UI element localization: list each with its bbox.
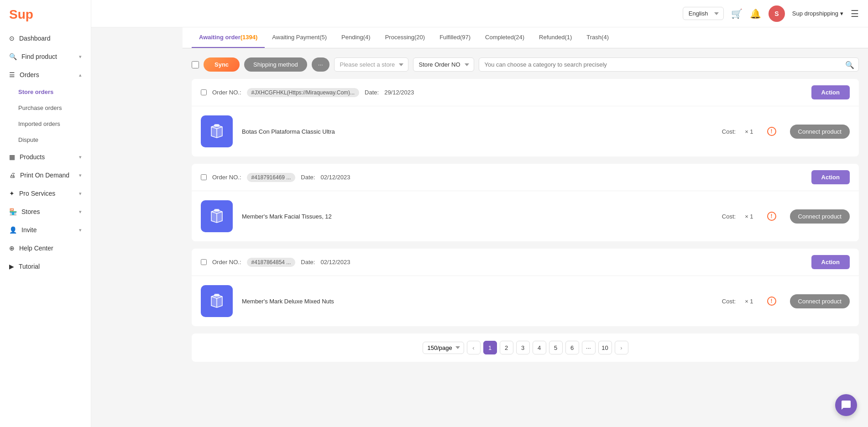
action-button[interactable]: Action <box>811 170 850 184</box>
sidebar-item-invite[interactable]: 👤 Invite ▾ <box>0 221 91 239</box>
order-date: 02/12/2023 <box>320 174 350 181</box>
avatar[interactable]: S <box>769 5 785 22</box>
sidebar-label-tutorial: Tutorial <box>19 263 40 270</box>
cart-icon[interactable]: 🛒 <box>731 8 743 19</box>
sidebar-label-dashboard: Dashboard <box>19 35 51 42</box>
product-image <box>201 200 233 232</box>
action-button[interactable]: Action <box>811 255 850 269</box>
warning-icon: ! <box>767 212 776 221</box>
date-label: Date: <box>365 89 379 96</box>
sidebar-item-orders[interactable]: ☰ Orders ▴ <box>0 66 91 84</box>
order-header: Order NO.: #4187916469 ... Date: 02/12/2… <box>192 164 859 191</box>
search-box: 🔍 <box>479 57 859 72</box>
cost-label: Cost: <box>722 213 736 220</box>
svg-rect-2 <box>214 294 220 297</box>
tab-processing[interactable]: Processing(20) <box>378 27 432 48</box>
tab-pending[interactable]: Pending(4) <box>334 27 378 48</box>
order-no-label: Order NO.: <box>212 89 241 96</box>
sidebar-item-help-center[interactable]: ⊕ Help Center <box>0 239 91 257</box>
shipping-method-button[interactable]: Shipping method <box>244 57 307 72</box>
order-header: Order NO.: #JXHCGFHKL(Https://Miraqueway… <box>192 79 859 106</box>
search-input[interactable] <box>479 57 859 72</box>
connect-product-button[interactable]: Connect product <box>790 125 850 139</box>
select-all-checkbox[interactable] <box>192 61 199 68</box>
page-5-button[interactable]: 5 <box>549 341 563 354</box>
toolbar: Sync Shipping method ··· Please select a… <box>192 57 859 72</box>
tab-trash[interactable]: Trash(4) <box>579 27 616 48</box>
product-name: Member's Mark Facial Tissues, 12 <box>242 213 704 220</box>
page-6-button[interactable]: 6 <box>565 341 579 354</box>
sidebar-label-find-product: Find product <box>21 53 57 60</box>
sidebar-item-print-on-demand[interactable]: 🖨 Print On Demand ▾ <box>0 166 91 184</box>
dashboard-icon: ⊙ <box>9 35 15 42</box>
connect-product-button[interactable]: Connect product <box>790 294 850 308</box>
page-2-button[interactable]: 2 <box>500 341 513 354</box>
warning-icon: ! <box>767 127 776 136</box>
search-icon[interactable]: 🔍 <box>845 60 854 69</box>
sidebar-item-stores[interactable]: 🏪 Stores ▾ <box>0 203 91 221</box>
chevron-down-icon: ▾ <box>840 10 843 17</box>
cost-quantity: × 1 <box>745 213 753 220</box>
tab-refunded[interactable]: Refunded(1) <box>532 27 579 48</box>
sidebar-item-store-orders[interactable]: Store orders <box>0 84 91 100</box>
prev-page-button[interactable]: ‹ <box>467 341 481 354</box>
find-product-icon: 🔍 <box>9 53 17 60</box>
sync-button[interactable]: Sync <box>204 57 240 72</box>
order-checkbox[interactable] <box>201 89 207 95</box>
help-icon: ⊕ <box>9 245 15 252</box>
order-no-selector[interactable]: Store Order NO <box>413 57 474 72</box>
stores-icon: 🏪 <box>9 208 17 215</box>
more-actions-button[interactable]: ··· <box>312 57 329 72</box>
page-10-button[interactable]: 10 <box>598 341 612 354</box>
sidebar-label-print: Print On Demand <box>20 172 69 179</box>
order-no-label: Order NO.: <box>212 259 241 266</box>
language-selector[interactable]: English Chinese Spanish <box>683 7 724 20</box>
order-checkbox[interactable] <box>201 174 207 180</box>
page-1-button[interactable]: 1 <box>483 341 497 354</box>
next-page-button[interactable]: › <box>615 341 628 354</box>
sidebar-item-imported-orders[interactable]: Imported orders <box>0 116 91 132</box>
bell-icon[interactable]: 🔔 <box>750 8 761 19</box>
page-3-button[interactable]: 3 <box>516 341 530 354</box>
page-size-selector[interactable]: 150/page 50/page 100/page <box>423 342 464 354</box>
sidebar-item-tutorial[interactable]: ▶ Tutorial <box>0 257 91 276</box>
warning-icon: ! <box>767 297 776 306</box>
order-card: Order NO.: #JXHCGFHKL(Https://Miraqueway… <box>192 79 859 156</box>
hamburger-menu-icon[interactable]: ☰ <box>851 8 859 19</box>
order-checkbox[interactable] <box>201 259 207 265</box>
order-number-badge: #4187864854 ... <box>247 258 296 267</box>
action-button[interactable]: Action <box>811 85 850 99</box>
product-image <box>201 115 233 147</box>
tab-awaiting-payment[interactable]: Awaiting Payment(5) <box>265 27 334 48</box>
sidebar-item-find-product[interactable]: 🔍 Find product ▾ <box>0 47 91 66</box>
tab-awaiting-order[interactable]: Awaiting order(1394) <box>192 27 265 48</box>
sidebar-item-products[interactable]: ▦ Products ▾ <box>0 148 91 166</box>
orders-icon: ☰ <box>9 71 15 78</box>
sidebar-item-pro-services[interactable]: ✦ Pro Services ▾ <box>0 184 91 203</box>
sidebar-label-help: Help Center <box>19 245 53 252</box>
user-name[interactable]: Sup dropshipping ▾ <box>792 10 843 17</box>
tab-fulfilled[interactable]: Fulfilled(97) <box>432 27 478 48</box>
imported-orders-label: Imported orders <box>18 120 60 127</box>
order-tabs: Awaiting order(1394) Awaiting Payment(5)… <box>183 27 868 48</box>
order-body: Member's Mark Deluxe Mixed Nuts Cost: × … <box>192 276 859 326</box>
sidebar-item-dispute[interactable]: Dispute <box>0 132 91 148</box>
cost-label: Cost: <box>722 128 736 135</box>
sidebar-label-invite: Invite <box>21 226 37 234</box>
store-selector[interactable]: Please select a store <box>334 57 408 72</box>
dispute-label: Dispute <box>18 136 38 143</box>
cost-quantity: × 1 <box>745 298 753 305</box>
order-body: Member's Mark Facial Tissues, 12 Cost: ×… <box>192 191 859 241</box>
page-4-button[interactable]: 4 <box>533 341 546 354</box>
connect-product-button[interactable]: Connect product <box>790 209 850 224</box>
purchase-orders-label: Purchase orders <box>18 104 62 111</box>
chevron-down-icon: ▾ <box>79 154 82 160</box>
sidebar-item-purchase-orders[interactable]: Purchase orders <box>0 100 91 116</box>
page-ellipsis-button[interactable]: ··· <box>582 341 596 354</box>
invite-icon: 👤 <box>9 226 17 234</box>
sidebar-item-dashboard[interactable]: ⊙ Dashboard <box>0 29 91 47</box>
sidebar-label-products: Products <box>20 153 45 161</box>
tab-completed[interactable]: Completed(24) <box>478 27 532 48</box>
chat-widget[interactable] <box>835 394 857 416</box>
order-no-label: Order NO.: <box>212 174 241 181</box>
